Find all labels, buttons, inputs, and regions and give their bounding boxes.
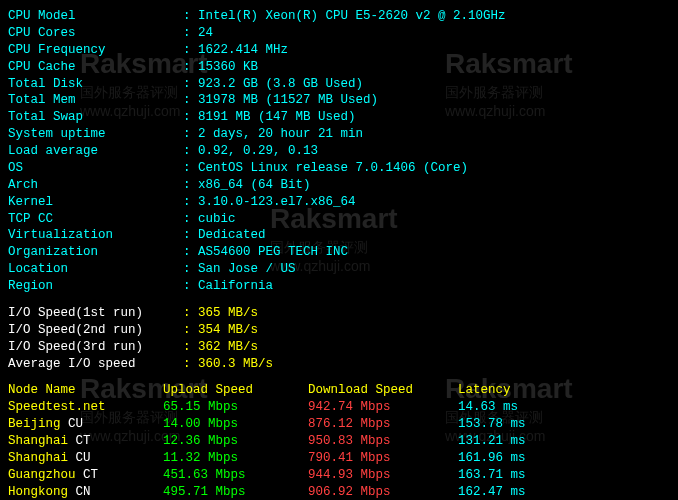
colon: : bbox=[183, 339, 198, 356]
colon: : bbox=[183, 194, 198, 211]
speed-upload: 495.71 Mbps bbox=[163, 484, 308, 500]
colon: : bbox=[183, 143, 198, 160]
speed-node: Beijing CU bbox=[8, 416, 163, 433]
speed-latency: 163.71 ms bbox=[458, 467, 608, 484]
sysinfo-label: OS bbox=[8, 160, 183, 177]
io-value: 354 MB/s bbox=[198, 322, 258, 339]
sysinfo-value: 923.2 GB (3.8 GB Used) bbox=[198, 76, 363, 93]
sysinfo-value: cubic bbox=[198, 211, 236, 228]
colon: : bbox=[183, 261, 198, 278]
sysinfo-row: Location:San Jose / US bbox=[8, 261, 670, 278]
speed-node: Speedtest.net bbox=[8, 399, 163, 416]
header-node: Node Name bbox=[8, 382, 163, 399]
system-info-section: CPU Model:Intel(R) Xeon(R) CPU E5-2620 v… bbox=[8, 8, 670, 295]
sysinfo-label: System uptime bbox=[8, 126, 183, 143]
sysinfo-value: 0.92, 0.29, 0.13 bbox=[198, 143, 318, 160]
sysinfo-row: OS:CentOS Linux release 7.0.1406 (Core) bbox=[8, 160, 670, 177]
colon: : bbox=[183, 76, 198, 93]
sysinfo-row: Organization:AS54600 PEG TECH INC bbox=[8, 244, 670, 261]
speed-download: 944.93 Mbps bbox=[308, 467, 458, 484]
colon: : bbox=[183, 227, 198, 244]
speed-node: Guangzhou CT bbox=[8, 467, 163, 484]
sysinfo-label: TCP CC bbox=[8, 211, 183, 228]
sysinfo-label: CPU Cache bbox=[8, 59, 183, 76]
sysinfo-row: TCP CC:cubic bbox=[8, 211, 670, 228]
speed-latency: 162.47 ms bbox=[458, 484, 608, 500]
colon: : bbox=[183, 92, 198, 109]
sysinfo-value: 31978 MB (11527 MB Used) bbox=[198, 92, 378, 109]
colon: : bbox=[183, 322, 198, 339]
sysinfo-label: CPU Cores bbox=[8, 25, 183, 42]
sysinfo-value: Intel(R) Xeon(R) CPU E5-2620 v2 @ 2.10GH… bbox=[198, 8, 506, 25]
sysinfo-row: Virtualization:Dedicated bbox=[8, 227, 670, 244]
speed-latency: 161.96 ms bbox=[458, 450, 608, 467]
colon: : bbox=[183, 305, 198, 322]
sysinfo-label: Virtualization bbox=[8, 227, 183, 244]
io-label: I/O Speed(1st run) bbox=[8, 305, 183, 322]
header-upload: Upload Speed bbox=[163, 382, 308, 399]
sysinfo-value: California bbox=[198, 278, 273, 295]
speed-download: 950.83 Mbps bbox=[308, 433, 458, 450]
sysinfo-label: Location bbox=[8, 261, 183, 278]
colon: : bbox=[183, 160, 198, 177]
colon: : bbox=[183, 356, 198, 373]
speed-download: 790.41 Mbps bbox=[308, 450, 458, 467]
sysinfo-value: San Jose / US bbox=[198, 261, 296, 278]
colon: : bbox=[183, 126, 198, 143]
sysinfo-row: Region:California bbox=[8, 278, 670, 295]
speed-latency: 14.63 ms bbox=[458, 399, 608, 416]
io-row: I/O Speed(3rd run):362 MB/s bbox=[8, 339, 670, 356]
sysinfo-label: Kernel bbox=[8, 194, 183, 211]
io-value: 360.3 MB/s bbox=[198, 356, 273, 373]
io-value: 365 MB/s bbox=[198, 305, 258, 322]
speed-download: 942.74 Mbps bbox=[308, 399, 458, 416]
speed-node: Shanghai CT bbox=[8, 433, 163, 450]
speed-node: Hongkong CN bbox=[8, 484, 163, 500]
io-value: 362 MB/s bbox=[198, 339, 258, 356]
sysinfo-value: 24 bbox=[198, 25, 213, 42]
speedtest-row: Hongkong CN495.71 Mbps906.92 Mbps162.47 … bbox=[8, 484, 670, 500]
colon: : bbox=[183, 8, 198, 25]
sysinfo-row: Total Disk:923.2 GB (3.8 GB Used) bbox=[8, 76, 670, 93]
colon: : bbox=[183, 25, 198, 42]
header-download: Download Speed bbox=[308, 382, 458, 399]
colon: : bbox=[183, 42, 198, 59]
sysinfo-row: System uptime:2 days, 20 hour 21 min bbox=[8, 126, 670, 143]
speed-download: 906.92 Mbps bbox=[308, 484, 458, 500]
speedtest-row: Guangzhou CT451.63 Mbps944.93 Mbps163.71… bbox=[8, 467, 670, 484]
sysinfo-row: Arch:x86_64 (64 Bit) bbox=[8, 177, 670, 194]
colon: : bbox=[183, 59, 198, 76]
sysinfo-value: Dedicated bbox=[198, 227, 266, 244]
sysinfo-label: Region bbox=[8, 278, 183, 295]
speed-upload: 451.63 Mbps bbox=[163, 467, 308, 484]
speed-upload: 11.32 Mbps bbox=[163, 450, 308, 467]
sysinfo-row: Load average:0.92, 0.29, 0.13 bbox=[8, 143, 670, 160]
sysinfo-row: Kernel:3.10.0-123.el7.x86_64 bbox=[8, 194, 670, 211]
sysinfo-label: CPU Model bbox=[8, 8, 183, 25]
sysinfo-label: Total Disk bbox=[8, 76, 183, 93]
sysinfo-row: Total Swap:8191 MB (147 MB Used) bbox=[8, 109, 670, 126]
sysinfo-value: 2 days, 20 hour 21 min bbox=[198, 126, 363, 143]
io-speed-section: I/O Speed(1st run):365 MB/sI/O Speed(2nd… bbox=[8, 305, 670, 373]
io-label: I/O Speed(3rd run) bbox=[8, 339, 183, 356]
sysinfo-row: CPU Frequency:1622.414 MHz bbox=[8, 42, 670, 59]
speed-latency: 131.21 ms bbox=[458, 433, 608, 450]
speed-node: Shanghai CU bbox=[8, 450, 163, 467]
speedtest-section: Node NameUpload SpeedDownload SpeedLaten… bbox=[8, 382, 670, 500]
colon: : bbox=[183, 177, 198, 194]
io-row: Average I/O speed:360.3 MB/s bbox=[8, 356, 670, 373]
sysinfo-row: CPU Model:Intel(R) Xeon(R) CPU E5-2620 v… bbox=[8, 8, 670, 25]
sysinfo-row: CPU Cache:15360 KB bbox=[8, 59, 670, 76]
sysinfo-label: Load average bbox=[8, 143, 183, 160]
sysinfo-value: 15360 KB bbox=[198, 59, 258, 76]
io-row: I/O Speed(2nd run):354 MB/s bbox=[8, 322, 670, 339]
sysinfo-value: 1622.414 MHz bbox=[198, 42, 288, 59]
colon: : bbox=[183, 211, 198, 228]
io-label: Average I/O speed bbox=[8, 356, 183, 373]
sysinfo-label: Arch bbox=[8, 177, 183, 194]
colon: : bbox=[183, 244, 198, 261]
speed-upload: 12.36 Mbps bbox=[163, 433, 308, 450]
sysinfo-label: Total Swap bbox=[8, 109, 183, 126]
colon: : bbox=[183, 109, 198, 126]
speedtest-row: Shanghai CT12.36 Mbps950.83 Mbps131.21 m… bbox=[8, 433, 670, 450]
